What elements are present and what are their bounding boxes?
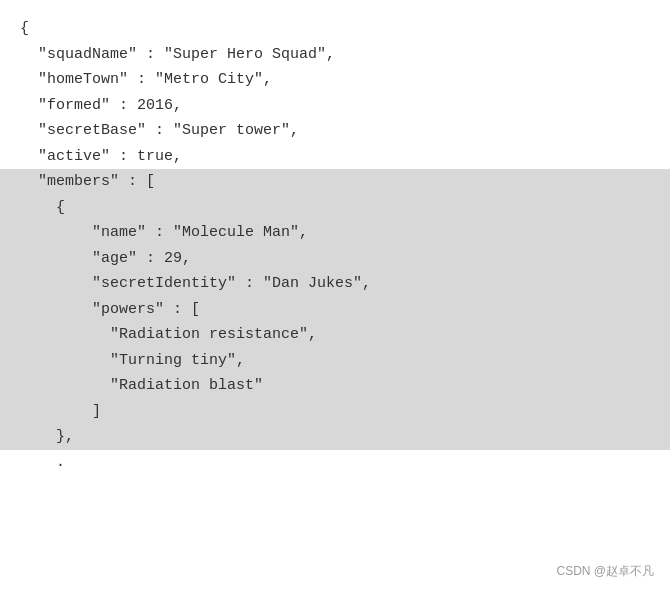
line-power-2: "Turning tiny", (20, 348, 650, 374)
highlighted-section: "members" : [ { "name" : "Molecule Man",… (0, 169, 670, 450)
json-content: { "squadName" : "Super Hero Squad", "hom… (20, 16, 650, 475)
line-member-age: "age" : 29, (20, 246, 650, 272)
line-power-1: "Radiation resistance", (20, 322, 650, 348)
line-brace-open: { (20, 16, 650, 42)
json-viewer: { "squadName" : "Super Hero Squad", "hom… (0, 0, 670, 592)
line-active: "active" : true, (20, 144, 650, 170)
line-power-3: "Radiation blast" (20, 373, 650, 399)
line-home-town: "homeTown" : "Metro City", (20, 67, 650, 93)
line-powers-close: ] (20, 399, 650, 425)
line-members-open: "members" : [ (20, 169, 650, 195)
line-member-brace-open: { (20, 195, 650, 221)
line-member-brace-close: }, (20, 424, 650, 450)
pre-highlight-lines: { "squadName" : "Super Hero Squad", "hom… (20, 16, 650, 169)
post-highlight-lines: . (20, 450, 650, 476)
line-continuation: . (20, 450, 650, 476)
line-member-name: "name" : "Molecule Man", (20, 220, 650, 246)
line-secret-base: "secretBase" : "Super tower", (20, 118, 650, 144)
line-member-secret-identity: "secretIdentity" : "Dan Jukes", (20, 271, 650, 297)
line-formed: "formed" : 2016, (20, 93, 650, 119)
line-powers-open: "powers" : [ (20, 297, 650, 323)
watermark: CSDN @赵卓不凡 (556, 563, 654, 580)
line-squad-name: "squadName" : "Super Hero Squad", (20, 42, 650, 68)
